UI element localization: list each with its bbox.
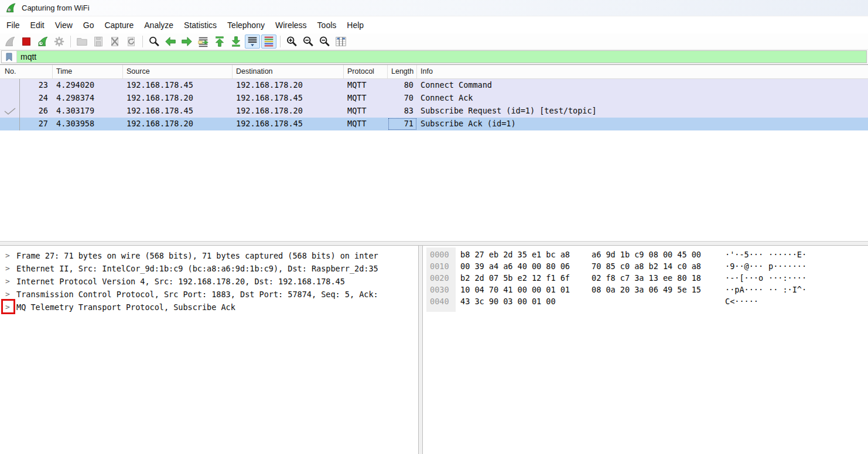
column-header-source[interactable]: Source (123, 65, 233, 78)
horizontal-splitter[interactable] (0, 241, 868, 246)
menu-file[interactable]: File (1, 18, 25, 32)
menu-statistics[interactable]: Statistics (179, 18, 222, 32)
hex-ascii[interactable]: ·9··@··· (725, 260, 763, 272)
go-back-icon[interactable] (163, 35, 178, 49)
expand-icon[interactable]: > (5, 249, 13, 262)
detail-ip[interactable]: > Internet Protocol Version 4, Src: 192.… (0, 275, 418, 288)
hex-bytes[interactable]: 43 3c 90 03 00 01 00 (460, 295, 585, 307)
hex-row[interactable]: 0040 43 3c 90 03 00 01 00 C<····· (423, 295, 868, 307)
hex-ascii[interactable]: ·· :·I^· (768, 284, 807, 295)
hex-bytes[interactable]: 70 85 c0 a8 b2 14 c0 a8 (592, 260, 716, 272)
hex-ascii[interactable]: ···:···· (768, 272, 807, 284)
menu-help[interactable]: Help (341, 18, 369, 32)
zoom-normal-icon[interactable] (317, 35, 332, 49)
mqtt-expand-icon[interactable]: > (5, 301, 13, 314)
hex-offset: 0000 (423, 249, 453, 260)
detail-mqtt[interactable]: > MQ Telemetry Transport Protocol, Subsc… (0, 301, 418, 314)
menu-bar: File Edit View Go Capture Analyze Statis… (0, 16, 868, 33)
open-file-icon[interactable] (74, 35, 90, 49)
hex-bytes[interactable]: b8 27 eb 2d 35 e1 bc a8 (460, 249, 585, 260)
main-toolbar (0, 33, 868, 50)
display-filter-input[interactable] (17, 51, 866, 63)
detail-tcp[interactable]: > Transmission Control Protocol, Src Por… (0, 288, 418, 301)
hex-ascii[interactable]: ·-·[···o (725, 272, 763, 284)
find-packet-icon[interactable] (146, 35, 162, 49)
menu-telephony[interactable]: Telephony (222, 18, 270, 32)
wireshark-window: Capturing from WiFi File Edit View Go Ca… (0, 0, 868, 454)
hex-bytes[interactable] (592, 295, 716, 307)
stop-capture-icon[interactable] (19, 35, 34, 49)
toolbar-separator (70, 36, 71, 47)
packet-row-24[interactable]: 24 4.298374 192.168.178.20 192.168.178.4… (0, 92, 868, 105)
go-last-packet-icon[interactable] (228, 35, 244, 49)
expand-icon[interactable]: > (5, 288, 13, 301)
detail-frame[interactable]: > Frame 27: 71 bytes on wire (568 bits),… (0, 249, 418, 262)
go-forward-icon[interactable] (179, 35, 194, 49)
expand-icon[interactable]: > (5, 262, 13, 275)
go-to-packet-icon[interactable] (196, 35, 211, 49)
filter-bar (0, 50, 868, 65)
wireshark-logo-icon (5, 2, 16, 13)
expand-icon[interactable]: > (5, 275, 13, 288)
display-filter-box (1, 50, 867, 63)
menu-view[interactable]: View (50, 18, 78, 32)
capture-options-icon[interactable] (52, 35, 67, 49)
start-capture-icon[interactable] (2, 35, 18, 49)
close-file-icon[interactable] (107, 35, 122, 49)
hex-ascii[interactable]: ······E· (768, 249, 807, 260)
column-header-time[interactable]: Time (53, 65, 123, 78)
detail-ethernet[interactable]: > Ethernet II, Src: IntelCor_9d:1b:c9 (b… (0, 262, 418, 275)
hex-ascii[interactable]: ··pA···· (725, 284, 763, 295)
packet-row-26[interactable]: 26 4.303179 192.168.178.45 192.168.178.2… (0, 105, 868, 118)
menu-wireless[interactable]: Wireless (270, 18, 312, 32)
hex-row[interactable]: 0020 b2 2d 07 5b e2 12 f1 6f 02 f8 c7 3a… (423, 272, 868, 284)
save-file-icon[interactable] (91, 35, 106, 49)
colorize-icon[interactable] (261, 35, 276, 49)
detail-ethernet-text: Ethernet II, Src: IntelCor_9d:1b:c9 (bc:… (16, 264, 378, 273)
related-packet-check-icon (4, 107, 16, 115)
packet-details-pane: > Frame 27: 71 bytes on wire (568 bits),… (0, 246, 418, 454)
hex-row[interactable]: 0030 10 04 70 41 00 00 01 01 08 0a 20 3a… (423, 284, 868, 295)
reload-file-icon[interactable] (124, 35, 139, 49)
menu-analyze[interactable]: Analyze (139, 18, 179, 32)
packet-list-pane: No. Time Source Destination Protocol Len… (0, 65, 868, 241)
packet-row-27-selected[interactable]: 27 4.303958 192.168.178.20 192.168.178.4… (0, 118, 868, 130)
menu-go[interactable]: Go (78, 18, 100, 32)
hex-offset: 0020 (423, 272, 453, 284)
menu-capture[interactable]: Capture (99, 18, 139, 32)
menu-tools[interactable]: Tools (312, 18, 342, 32)
hex-bytes[interactable]: b2 2d 07 5b e2 12 f1 6f (460, 272, 585, 284)
vertical-splitter[interactable] (418, 246, 423, 454)
column-header-no[interactable]: No. (0, 65, 53, 78)
column-header-destination[interactable]: Destination (233, 65, 344, 78)
zoom-in-icon[interactable] (284, 35, 299, 49)
hex-row[interactable]: 0000 b8 27 eb 2d 35 e1 bc a8 a6 9d 1b c9… (423, 249, 868, 260)
auto-scroll-icon[interactable] (245, 35, 260, 49)
zoom-out-icon[interactable] (300, 35, 316, 49)
hex-ascii[interactable]: C<····· (725, 295, 758, 307)
filter-bookmark-button[interactable] (2, 51, 17, 63)
hex-offset: 0030 (423, 284, 453, 295)
detail-tcp-text: Transmission Control Protocol, Src Port:… (16, 290, 378, 299)
hex-bytes[interactable]: 02 f8 c7 3a 13 ee 80 18 (592, 272, 716, 284)
hex-ascii[interactable]: ·'·-5··· (725, 249, 763, 260)
menu-edit[interactable]: Edit (25, 18, 50, 32)
hex-ascii[interactable]: p······· (768, 260, 807, 272)
hex-bytes[interactable]: a6 9d 1b c9 08 00 45 00 (592, 249, 716, 260)
column-header-length[interactable]: Length (388, 65, 417, 78)
hex-bytes[interactable]: 00 39 a4 a6 40 00 80 06 (460, 260, 585, 272)
bookmark-icon (5, 53, 13, 61)
packet-row-23[interactable]: 23 4.294020 192.168.178.45 192.168.178.2… (0, 79, 868, 92)
resize-columns-icon[interactable] (333, 35, 348, 49)
detail-ip-text: Internet Protocol Version 4, Src: 192.16… (16, 277, 345, 286)
window-title: Capturing from WiFi (22, 4, 90, 12)
hex-bytes[interactable]: 08 0a 20 3a 06 49 5e 15 (592, 284, 716, 295)
hex-bytes[interactable]: 10 04 70 41 00 00 01 01 (460, 284, 585, 295)
hex-row[interactable]: 0010 00 39 a4 a6 40 00 80 06 70 85 c0 a8… (423, 260, 868, 272)
column-header-info[interactable]: Info (417, 65, 868, 78)
go-first-packet-icon[interactable] (212, 35, 227, 49)
restart-capture-icon[interactable] (35, 35, 50, 49)
hex-offset: 0010 (423, 260, 453, 272)
column-header-protocol[interactable]: Protocol (344, 65, 388, 78)
hex-dump-pane: 0000 b8 27 eb 2d 35 e1 bc a8 a6 9d 1b c9… (423, 246, 868, 454)
